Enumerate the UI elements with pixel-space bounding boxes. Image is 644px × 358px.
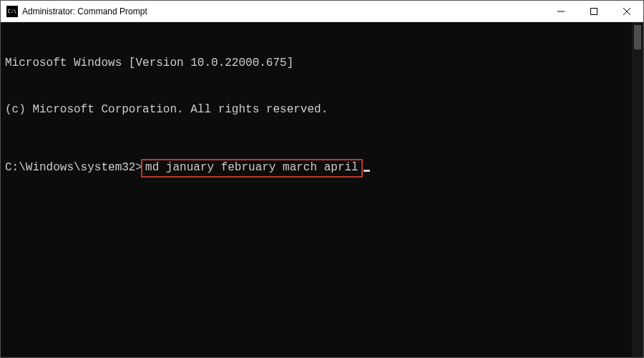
close-button[interactable] [610, 1, 643, 21]
copyright-line: (c) Microsoft Corporation. All rights re… [5, 102, 639, 118]
command-highlight: md january february march april [141, 159, 363, 178]
cmd-icon [6, 6, 18, 17]
maximize-button[interactable] [577, 1, 610, 21]
minimize-button[interactable] [545, 1, 577, 21]
maximize-icon [590, 8, 597, 15]
command-text: md january february march april [145, 161, 358, 174]
titlebar[interactable]: Administrator: Command Prompt [1, 1, 643, 22]
prompt-text: C:\Windows\system32> [5, 160, 142, 176]
command-prompt-window: Administrator: Command Prompt Microsoft … [0, 0, 644, 358]
svg-rect-1 [591, 8, 597, 14]
scrollbar[interactable] [632, 22, 643, 357]
minimize-icon [557, 8, 565, 15]
terminal-content: Microsoft Windows [Version 10.0.22000.67… [5, 25, 639, 209]
scrollbar-thumb[interactable] [634, 25, 641, 49]
close-icon [623, 8, 630, 15]
terminal[interactable]: Microsoft Windows [Version 10.0.22000.67… [1, 22, 643, 357]
window-controls [545, 1, 643, 21]
window-title: Administrator: Command Prompt [22, 6, 545, 16]
version-line: Microsoft Windows [Version 10.0.22000.67… [5, 56, 639, 72]
cursor [364, 170, 370, 172]
prompt-line: C:\Windows\system32>md january february … [5, 159, 639, 178]
